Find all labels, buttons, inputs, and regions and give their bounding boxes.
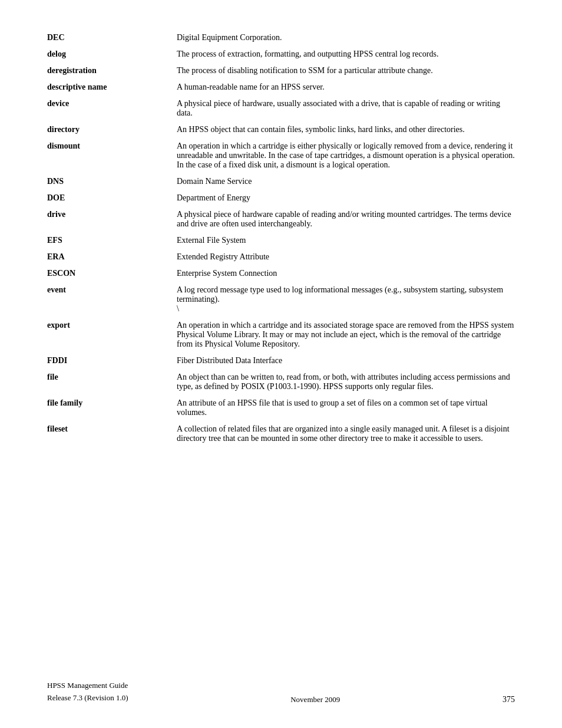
glossary-definition: Enterprise System Connection [177,265,515,282]
footer-guide-title: HPSS Management Guide [47,680,128,692]
page: DECDigital Equipment Corporation.delogTh… [0,0,562,728]
glossary-row: ERAExtended Registry Attribute [47,249,515,265]
glossary-row: exportAn operation in which a cartridge … [47,317,515,353]
glossary-term: DNS [47,173,177,190]
glossary-term: dismount [47,138,177,173]
glossary-term: event [47,282,177,317]
glossary-row: file familyAn attribute of an HPSS file … [47,395,515,421]
glossary-term: ESCON [47,265,177,282]
glossary-definition: Fiber Distributed Data Interface [177,353,515,369]
footer-date: November 2009 [290,695,340,704]
glossary-definition: An operation in which a cartridge and it… [177,317,515,353]
glossary-row: deregistrationThe process of disabling n… [47,62,515,79]
glossary-definition: The process of disabling notification to… [177,62,515,79]
glossary-term: drive [47,206,177,232]
glossary-definition: An HPSS object that can contain files, s… [177,121,515,138]
glossary-definition: A human-readable name for an HPSS server… [177,79,515,95]
glossary-row: descriptive nameA human-readable name fo… [47,79,515,95]
glossary-term: fileset [47,421,177,447]
glossary-table: DECDigital Equipment Corporation.delogTh… [47,29,515,447]
glossary-row: directoryAn HPSS object that can contain… [47,121,515,138]
glossary-term: DOE [47,190,177,206]
footer-release: Release 7.3 (Revision 1.0) [47,692,128,704]
glossary-row: deviceA physical piece of hardware, usua… [47,95,515,121]
glossary-row: DECDigital Equipment Corporation. [47,29,515,46]
glossary-term: deregistration [47,62,177,79]
glossary-row: ESCONEnterprise System Connection [47,265,515,282]
glossary-definition: The process of extraction, formatting, a… [177,46,515,62]
glossary-term: file family [47,395,177,421]
glossary-definition: An operation in which a cartridge is eit… [177,138,515,173]
glossary-row: EFSExternal File System [47,232,515,249]
glossary-term: descriptive name [47,79,177,95]
glossary-term: device [47,95,177,121]
glossary-definition: A physical piece of hardware capable of … [177,206,515,232]
footer-page-number: 375 [503,695,515,704]
footer-left: HPSS Management Guide Release 7.3 (Revis… [47,680,128,704]
glossary-row: dismountAn operation in which a cartridg… [47,138,515,173]
glossary-row: DOEDepartment of Energy [47,190,515,206]
glossary-row: eventA log record message type used to l… [47,282,515,317]
glossary-row: FDDIFiber Distributed Data Interface [47,353,515,369]
glossary-definition: Extended Registry Attribute [177,249,515,265]
glossary-term: file [47,369,177,395]
glossary-row: DNSDomain Name Service [47,173,515,190]
glossary-term: ERA [47,249,177,265]
glossary-row: driveA physical piece of hardware capabl… [47,206,515,232]
glossary-row: filesetA collection of related files tha… [47,421,515,447]
glossary-definition: A collection of related files that are o… [177,421,515,447]
glossary-definition: A physical piece of hardware, usually as… [177,95,515,121]
glossary-row: fileAn object than can be written to, re… [47,369,515,395]
glossary-definition: An attribute of an HPSS file that is use… [177,395,515,421]
glossary-term: FDDI [47,353,177,369]
glossary-definition: Digital Equipment Corporation. [177,29,515,46]
glossary-term: delog [47,46,177,62]
glossary-term: directory [47,121,177,138]
glossary-definition: A log record message type used to log in… [177,282,515,317]
glossary-definition: Department of Energy [177,190,515,206]
glossary-definition: An object than can be written to, read f… [177,369,515,395]
glossary-term: EFS [47,232,177,249]
footer: HPSS Management Guide Release 7.3 (Revis… [47,680,515,704]
glossary-definition: External File System [177,232,515,249]
glossary-term: export [47,317,177,353]
glossary-row: delogThe process of extraction, formatti… [47,46,515,62]
glossary-term: DEC [47,29,177,46]
glossary-definition: Domain Name Service [177,173,515,190]
